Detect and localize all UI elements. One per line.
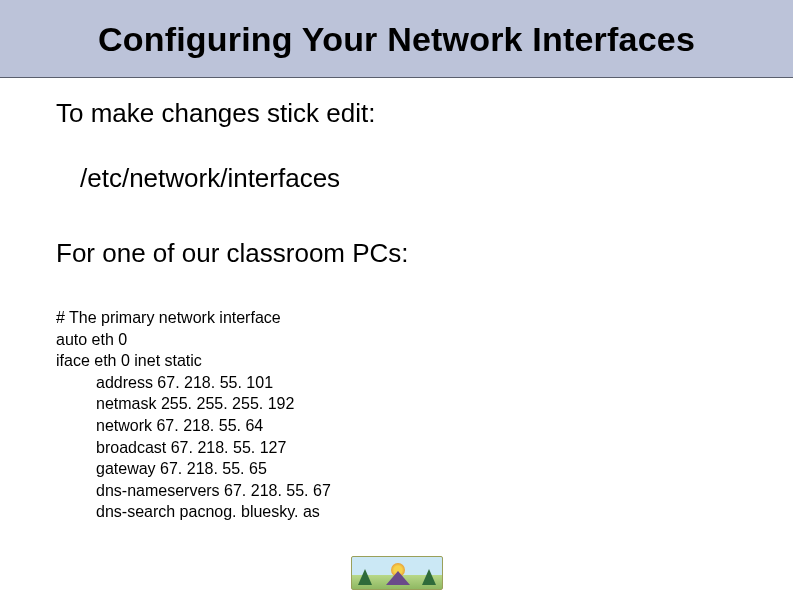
config-dns-nameservers: dns-nameservers 67. 218. 55. 67: [56, 480, 793, 502]
intro-line: To make changes stick edit:: [56, 98, 793, 129]
config-block: # The primary network interface auto eth…: [56, 307, 793, 523]
slide-content: To make changes stick edit: /etc/network…: [0, 78, 793, 523]
tree-right-icon: [422, 569, 436, 585]
mountain-icon: [386, 571, 410, 585]
config-broadcast: broadcast 67. 218. 55. 127: [56, 437, 793, 459]
config-dns-search: dns-search pacnog. bluesky. as: [56, 501, 793, 523]
config-gateway: gateway 67. 218. 55. 65: [56, 458, 793, 480]
config-netmask: netmask 255. 255. 255. 192: [56, 393, 793, 415]
config-iface: iface eth 0 inet static: [56, 350, 793, 372]
subheading: For one of our classroom PCs:: [56, 238, 793, 269]
config-network: network 67. 218. 55. 64: [56, 415, 793, 437]
config-auto: auto eth 0: [56, 329, 793, 351]
slide-title-bar: Configuring Your Network Interfaces: [0, 0, 793, 78]
tree-left-icon: [358, 569, 372, 585]
config-address: address 67. 218. 55. 101: [56, 372, 793, 394]
slide-title: Configuring Your Network Interfaces: [0, 20, 793, 59]
file-path: /etc/network/interfaces: [80, 163, 793, 194]
config-comment: # The primary network interface: [56, 307, 793, 329]
footer-logo-icon: [351, 556, 443, 590]
